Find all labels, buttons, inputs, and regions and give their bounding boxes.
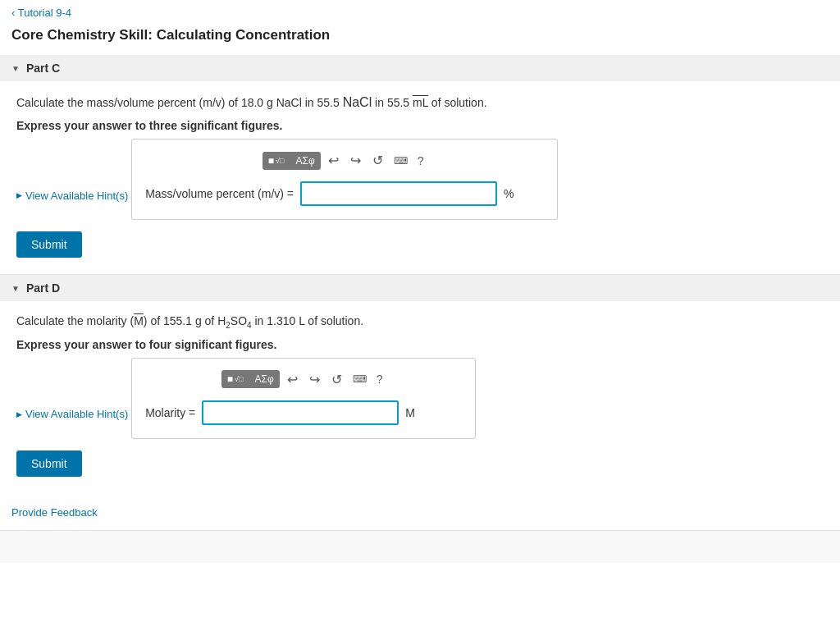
- part-d-answer-box: ■√□ ΑΣφ ↩ ↪ ↺ ⌨ ? Molarity = M: [131, 358, 476, 439]
- part-d-help-btn[interactable]: ?: [373, 371, 386, 387]
- hint-label: View Available Hint(s): [25, 190, 128, 202]
- part-c-hint-link[interactable]: ▶ View Available Hint(s): [16, 190, 128, 202]
- hint-arrow-icon: ▶: [16, 191, 22, 199]
- part-d-hint-arrow-icon: ▶: [16, 410, 22, 418]
- back-link[interactable]: ‹ Tutorial 9-4: [11, 7, 71, 19]
- part-c-refresh-btn[interactable]: ↺: [368, 151, 387, 170]
- part-c-answer-unit: %: [504, 187, 514, 200]
- part-d-hint-link[interactable]: ▶ View Available Hint(s): [16, 408, 128, 420]
- part-c-toolbar: ■√□ ΑΣφ ↩ ↪ ↺ ⌨ ?: [145, 151, 544, 170]
- part-c-header[interactable]: ▼ Part C: [0, 55, 840, 81]
- part-c-label: Part C: [26, 62, 60, 75]
- part-d-matrix-group: ■√□ ΑΣφ: [221, 370, 280, 388]
- part-d-matrix-btn[interactable]: ■√□: [221, 370, 249, 388]
- part-d-keyboard-btn[interactable]: ⌨: [349, 372, 370, 386]
- part-d-question: Calculate the molarity (M) of 155.1 g of…: [16, 313, 824, 332]
- provide-feedback-link[interactable]: Provide Feedback: [11, 506, 98, 519]
- molarity-m: M: [134, 314, 144, 327]
- part-c-undo-btn[interactable]: ↩: [324, 151, 343, 170]
- part-c-body: Calculate the mass/volume percent (m/v) …: [0, 81, 840, 266]
- part-d-undo-btn[interactable]: ↩: [283, 370, 302, 389]
- part-c-submit-button[interactable]: Submit: [16, 231, 82, 258]
- page-title: Core Chemistry Skill: Calculating Concen…: [0, 22, 840, 55]
- bottom-bar: [0, 530, 840, 563]
- part-d-hint-label: View Available Hint(s): [25, 408, 128, 420]
- part-c-greek-btn[interactable]: ΑΣφ: [290, 152, 320, 170]
- part-c-section: ▼ Part C Calculate the mass/volume perce…: [0, 55, 840, 266]
- part-c-answer-box: ■√□ ΑΣφ ↩ ↪ ↺ ⌨ ? Mass/volume percent (m…: [131, 139, 558, 220]
- part-c-answer-input[interactable]: [300, 181, 497, 206]
- part-d-collapse-arrow[interactable]: ▼: [11, 284, 20, 293]
- ml-unit: mL: [413, 96, 428, 109]
- part-d-redo-btn[interactable]: ↪: [305, 370, 324, 389]
- part-c-question: Calculate the mass/volume percent (m/v) …: [16, 93, 824, 112]
- part-d-section: ▼ Part D Calculate the molarity (M) of 1…: [0, 275, 840, 485]
- part-c-answer-label: Mass/volume percent (m/v) =: [145, 187, 294, 200]
- part-c-matrix-btn[interactable]: ■√□: [262, 152, 290, 170]
- part-d-answer-label: Molarity =: [145, 406, 195, 419]
- provide-feedback-section: Provide Feedback: [0, 493, 840, 530]
- part-d-instruction: Express your answer to four significant …: [16, 338, 824, 351]
- part-c-instruction: Express your answer to three significant…: [16, 119, 824, 132]
- part-d-toolbar: ■√□ ΑΣφ ↩ ↪ ↺ ⌨ ?: [145, 370, 462, 389]
- part-d-answer-input[interactable]: [202, 400, 399, 425]
- back-arrow-icon: ‹: [11, 7, 15, 19]
- part-d-greek-btn[interactable]: ΑΣφ: [249, 370, 279, 388]
- part-d-submit-button[interactable]: Submit: [16, 450, 82, 477]
- part-d-answer-row: Molarity = M: [145, 400, 462, 425]
- part-c-answer-row: Mass/volume percent (m/v) = %: [145, 181, 544, 206]
- part-d-answer-unit: M: [405, 406, 415, 419]
- part-d-label: Part D: [26, 281, 60, 295]
- part-c-matrix-group: ■√□ ΑΣφ: [262, 152, 321, 170]
- nacl-text: NaCl: [343, 95, 372, 109]
- part-d-header[interactable]: ▼ Part D: [0, 275, 840, 301]
- part-c-help-btn[interactable]: ?: [414, 153, 427, 169]
- part-d-refresh-btn[interactable]: ↺: [327, 370, 346, 389]
- part-c-redo-btn[interactable]: ↪: [346, 151, 365, 170]
- part-d-body: Calculate the molarity (M) of 155.1 g of…: [0, 301, 840, 485]
- part-c-keyboard-btn[interactable]: ⌨: [390, 153, 411, 168]
- back-label: Tutorial 9-4: [18, 7, 71, 19]
- part-c-collapse-arrow[interactable]: ▼: [11, 64, 20, 73]
